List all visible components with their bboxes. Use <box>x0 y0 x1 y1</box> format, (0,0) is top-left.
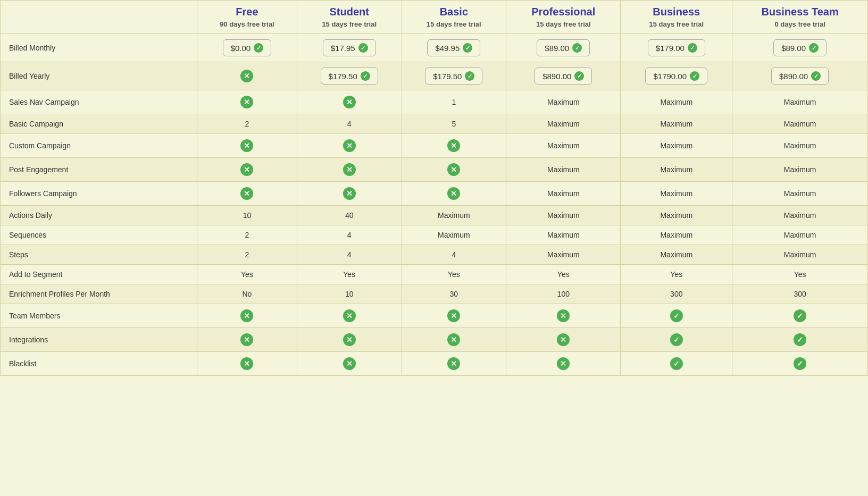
cell-billed_yearly-business[interactable]: $1790.00 ✓ <box>621 62 732 90</box>
cell-enrichment-professional: 100 <box>506 284 621 304</box>
price-btn-yearly-business_team[interactable]: $890.00 ✓ <box>771 68 829 85</box>
cell-followers_campaign-business_team: Maximum <box>732 182 868 206</box>
cell-value: Maximum <box>547 250 580 259</box>
x-icon: ✕ <box>447 357 460 370</box>
plan-header-business_team: Business Team 0 days free trial <box>732 1 868 34</box>
cell-value: 10 <box>345 290 354 298</box>
price-btn-yearly-student[interactable]: $179.50 ✓ <box>321 68 378 85</box>
cell-value: Maximum <box>438 211 470 220</box>
plan-header-professional: Professional 15 days free trial <box>506 1 621 34</box>
row-label-blacklist: Blacklist <box>1 352 197 376</box>
cell-value: 4 <box>347 250 352 259</box>
price-btn-monthly-business_team[interactable]: $89.00 ✓ <box>773 39 827 56</box>
x-icon: ✕ <box>447 309 460 322</box>
cell-blacklist-student: ✕ <box>297 352 402 376</box>
cell-value: 300 <box>670 290 682 298</box>
price-btn-monthly-basic[interactable]: $49.95 ✓ <box>427 39 480 56</box>
cell-value: Maximum <box>660 250 692 259</box>
row-label-post_engagement: Post Engagement <box>1 158 197 182</box>
row-label-actions_daily: Actions Daily <box>1 206 197 225</box>
cell-actions_daily-business: Maximum <box>621 206 732 225</box>
price-btn-monthly-student[interactable]: $17.95 ✓ <box>323 39 376 56</box>
cell-value: Maximum <box>784 231 816 239</box>
cell-value: Maximum <box>547 211 580 220</box>
plan-name-professional: Professional <box>511 6 616 18</box>
cell-billed_yearly-free[interactable]: ✕ <box>197 62 297 90</box>
cell-team_members-basic: ✕ <box>402 304 506 328</box>
x-icon: ✕ <box>240 139 253 152</box>
cell-value: 40 <box>345 211 354 220</box>
price-btn-monthly-free[interactable]: $0.00 ✓ <box>223 39 272 56</box>
cell-sales_nav-basic: 1 <box>402 90 506 114</box>
cell-billed_monthly-basic[interactable]: $49.95 ✓ <box>402 34 506 62</box>
price-btn-monthly-business[interactable]: $179.00 ✓ <box>648 39 705 56</box>
table-row-sequences: Sequences24MaximumMaximumMaximumMaximum <box>1 225 868 245</box>
row-label-enrichment: Enrichment Profiles Per Month <box>1 284 197 304</box>
feature-column-header <box>1 1 197 34</box>
row-label-sequences: Sequences <box>1 225 197 245</box>
plan-name-student: Student <box>302 6 397 18</box>
price-btn-monthly-professional[interactable]: $89.00 ✓ <box>537 39 590 56</box>
cell-billed_monthly-student[interactable]: $17.95 ✓ <box>297 34 402 62</box>
cell-value: 1 <box>452 98 456 106</box>
cell-enrichment-business: 300 <box>621 284 732 304</box>
x-icon: ✕ <box>447 333 460 346</box>
x-icon: ✕ <box>343 163 356 176</box>
cell-value: Maximum <box>547 120 580 128</box>
cell-value: Maximum <box>547 165 580 174</box>
cell-billed_monthly-professional[interactable]: $89.00 ✓ <box>506 34 621 62</box>
cell-integrations-free: ✕ <box>197 328 297 352</box>
cell-steps-business_team: Maximum <box>732 245 868 265</box>
cell-value: 4 <box>452 250 456 259</box>
x-icon: ✕ <box>240 333 253 346</box>
row-label-billed_yearly: Billed Yearly <box>1 62 197 90</box>
cell-steps-basic: 4 <box>402 245 506 265</box>
cell-add_to_segment-professional: Yes <box>506 265 621 284</box>
cell-custom_campaign-professional: Maximum <box>506 134 621 158</box>
cell-value: Yes <box>670 270 682 279</box>
table-row-add_to_segment: Add to SegmentYesYesYesYesYesYes <box>1 265 868 284</box>
cell-value: No <box>242 290 252 298</box>
cell-billed_monthly-business[interactable]: $179.00 ✓ <box>621 34 732 62</box>
table-row-integrations: Integrations✕✕✕✕✓✓ <box>1 328 868 352</box>
cell-post_engagement-business: Maximum <box>621 158 732 182</box>
price-btn-yearly-business[interactable]: $1790.00 ✓ <box>645 68 707 85</box>
cell-billed_yearly-student[interactable]: $179.50 ✓ <box>297 62 402 90</box>
cell-actions_daily-free: 10 <box>197 206 297 225</box>
cell-value: Maximum <box>547 141 580 150</box>
cell-value: Maximum <box>784 120 816 128</box>
cell-integrations-student: ✕ <box>297 328 402 352</box>
cell-blacklist-business_team: ✓ <box>732 352 868 376</box>
cell-value: 4 <box>347 120 352 128</box>
cell-steps-free: 2 <box>197 245 297 265</box>
x-icon: ✕ <box>557 333 570 346</box>
cell-billed_monthly-business_team[interactable]: $89.00 ✓ <box>732 34 868 62</box>
cell-team_members-business_team: ✓ <box>732 304 868 328</box>
price-btn-yearly-professional[interactable]: $890.00 ✓ <box>535 68 592 85</box>
cell-blacklist-professional: ✕ <box>506 352 621 376</box>
cell-basic_campaign-free: 2 <box>197 114 297 134</box>
plan-trial-business_team: 0 days free trial <box>737 20 863 28</box>
price-btn-yearly-basic[interactable]: $179.50 ✓ <box>425 68 482 85</box>
table-row-steps: Steps244MaximumMaximumMaximum <box>1 245 868 265</box>
cell-value: 2 <box>245 120 249 128</box>
x-icon: ✕ <box>343 96 356 108</box>
cell-enrichment-basic: 30 <box>402 284 506 304</box>
cell-value: Maximum <box>660 189 692 198</box>
cell-billed_yearly-basic[interactable]: $179.50 ✓ <box>402 62 506 90</box>
cell-add_to_segment-basic: Yes <box>402 265 506 284</box>
cell-sales_nav-business: Maximum <box>621 90 732 114</box>
cell-sales_nav-free: ✕ <box>197 90 297 114</box>
cell-post_engagement-professional: Maximum <box>506 158 621 182</box>
cell-team_members-student: ✕ <box>297 304 402 328</box>
price-check-icon: ✓ <box>572 43 582 53</box>
x-icon: ✕ <box>447 187 460 200</box>
cell-billed_yearly-professional[interactable]: $890.00 ✓ <box>506 62 621 90</box>
cell-actions_daily-student: 40 <box>297 206 402 225</box>
cell-billed_monthly-free[interactable]: $0.00 ✓ <box>197 34 297 62</box>
cell-steps-student: 4 <box>297 245 402 265</box>
cell-billed_yearly-business_team[interactable]: $890.00 ✓ <box>732 62 868 90</box>
table-row-sales_nav: Sales Nav Campaign✕✕1MaximumMaximumMaxim… <box>1 90 868 114</box>
x-icon: ✕ <box>343 187 356 200</box>
row-label-billed_monthly: Billed Monthly <box>1 34 197 62</box>
